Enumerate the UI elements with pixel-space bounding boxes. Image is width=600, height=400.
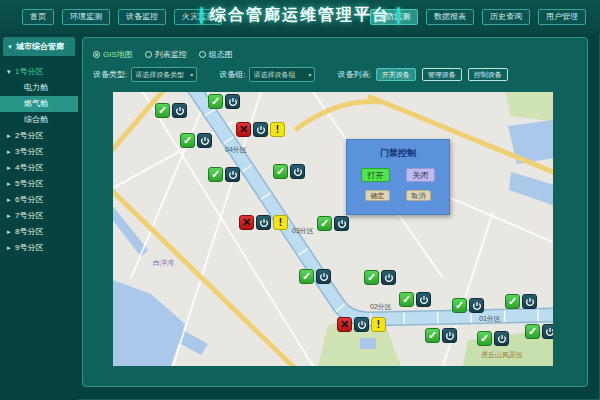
header-nav-button[interactable]: 设备监控 <box>118 9 166 25</box>
device-marker[interactable] <box>299 269 331 284</box>
device-list-chip[interactable]: 管理设备 <box>422 68 462 81</box>
sidebar-tree: 1号分区电力舱燃气舱综合舱2号分区3号分区4号分区5号分区6号分区7号分区8号分… <box>0 64 78 256</box>
sidebar-item[interactable]: 5号分区 <box>0 176 78 192</box>
device-marker[interactable] <box>155 103 187 118</box>
sidebar-item[interactable]: 8号分区 <box>0 224 78 240</box>
device-marker[interactable] <box>208 94 240 109</box>
power-icon[interactable] <box>522 294 537 309</box>
place-label: 白洋湾 <box>153 258 174 268</box>
device-group-value: 请选择设备组 <box>253 70 295 80</box>
device-marker[interactable] <box>239 215 288 230</box>
sidebar-item[interactable]: 2号分区 <box>0 128 78 144</box>
warning-icon[interactable] <box>371 317 386 332</box>
device-marker[interactable] <box>236 122 285 137</box>
power-icon[interactable] <box>197 133 212 148</box>
device-status-icon[interactable] <box>337 317 352 332</box>
map-canvas[interactable]: 04分区03分区02分区01分区 白洋湾虎丘山风景区 <box>113 92 553 366</box>
device-status-icon[interactable] <box>399 292 414 307</box>
header-nav-button[interactable]: 用户管理 <box>538 9 586 25</box>
device-marker[interactable] <box>505 294 537 309</box>
device-status-icon[interactable] <box>505 294 520 309</box>
ok-button[interactable]: 确定 <box>365 190 390 201</box>
device-marker[interactable] <box>208 167 240 182</box>
device-status-icon[interactable] <box>452 298 467 313</box>
device-status-icon[interactable] <box>364 270 379 285</box>
device-marker[interactable] <box>273 164 305 179</box>
power-icon[interactable] <box>290 164 305 179</box>
device-status-icon[interactable] <box>208 94 223 109</box>
power-icon[interactable] <box>354 317 369 332</box>
sidebar-item[interactable]: 1号分区 <box>0 64 78 80</box>
warning-icon[interactable] <box>270 122 285 137</box>
sidebar-item[interactable]: 燃气舱 <box>0 96 78 112</box>
sidebar-item[interactable]: 电力舱 <box>0 80 78 96</box>
zone-label: 03分区 <box>292 226 314 236</box>
device-status-icon[interactable] <box>525 324 540 339</box>
power-icon[interactable] <box>256 215 271 230</box>
device-list-chip[interactable]: 开关设备 <box>376 68 416 81</box>
device-marker[interactable] <box>180 133 212 148</box>
device-list-chip[interactable]: 控制设备 <box>468 68 508 81</box>
device-status-icon[interactable] <box>425 328 440 343</box>
door-open-button[interactable]: 打开 <box>361 168 390 182</box>
power-icon[interactable] <box>334 216 349 231</box>
cancel-button[interactable]: 取消 <box>406 190 431 201</box>
power-icon[interactable] <box>416 292 431 307</box>
zone-label: 04分区 <box>225 145 247 155</box>
device-status-icon[interactable] <box>236 122 251 137</box>
header-nav-button[interactable]: 首页 <box>22 9 54 25</box>
sidebar-item[interactable]: 4号分区 <box>0 160 78 176</box>
device-marker[interactable] <box>337 317 386 332</box>
power-icon[interactable] <box>469 298 484 313</box>
device-type-select[interactable]: 请选择设备类型 ▾ <box>131 67 197 82</box>
power-icon[interactable] <box>381 270 396 285</box>
sidebar-item[interactable]: 3号分区 <box>0 144 78 160</box>
chevron-down-icon: ▾ <box>308 71 311 78</box>
sidebar-item[interactable]: 7号分区 <box>0 208 78 224</box>
door-close-button[interactable]: 关闭 <box>406 168 435 182</box>
view-mode-radio[interactable]: 组态图 <box>199 49 233 60</box>
device-status-icon[interactable] <box>273 164 288 179</box>
header-nav-button[interactable]: 环境监测 <box>62 9 110 25</box>
sidebar-item[interactable]: 综合舱 <box>0 112 78 128</box>
header-nav-button[interactable]: 历史查询 <box>482 9 530 25</box>
power-icon[interactable] <box>225 94 240 109</box>
device-status-icon[interactable] <box>477 331 492 346</box>
power-icon[interactable] <box>442 328 457 343</box>
device-marker[interactable] <box>452 298 484 313</box>
device-group-select[interactable]: 请选择设备组 ▾ <box>249 67 315 82</box>
power-icon[interactable] <box>316 269 331 284</box>
power-icon[interactable] <box>494 331 509 346</box>
sidebar-root-node[interactable]: ▼ 城市综合管廊 <box>3 37 75 56</box>
device-status-icon[interactable] <box>155 103 170 118</box>
radio-label: 列表监控 <box>155 49 187 60</box>
sidebar-item[interactable]: 9号分区 <box>0 240 78 256</box>
device-status-icon[interactable] <box>180 133 195 148</box>
device-marker[interactable] <box>399 292 431 307</box>
sidebar-item[interactable]: 6号分区 <box>0 192 78 208</box>
view-mode-radio[interactable]: 列表监控 <box>145 49 187 60</box>
device-marker[interactable] <box>425 328 457 343</box>
header-nav-button[interactable]: 数据报表 <box>426 9 474 25</box>
warning-icon[interactable] <box>273 215 288 230</box>
dialog-confirm-row: 确定 取消 <box>347 190 449 201</box>
device-status-icon[interactable] <box>239 215 254 230</box>
zone-label: 01分区 <box>479 314 501 324</box>
content-panel: GIS地图 列表监控 组态图 设备类型: 请选择设备类型 ▾ 设备组: 请选择设… <box>82 37 588 387</box>
device-status-icon[interactable] <box>299 269 314 284</box>
power-icon[interactable] <box>225 167 240 182</box>
device-marker[interactable] <box>317 216 349 231</box>
device-marker[interactable] <box>525 324 553 339</box>
device-marker[interactable] <box>477 331 509 346</box>
power-icon[interactable] <box>542 324 553 339</box>
device-type-label: 设备类型: <box>93 69 127 80</box>
app-root: 首页环境监测设备监控火灾监测 综合管廊运维管理平台 安防监测数据报表历史查询用户… <box>0 0 600 400</box>
power-icon[interactable] <box>172 103 187 118</box>
power-icon[interactable] <box>253 122 268 137</box>
header-nav-right: 安防监测数据报表历史查询用户管理 <box>370 9 586 25</box>
device-status-icon[interactable] <box>317 216 332 231</box>
device-marker[interactable] <box>364 270 396 285</box>
view-mode-radio[interactable]: GIS地图 <box>93 49 133 60</box>
app-header: 首页环境监测设备监控火灾监测 综合管廊运维管理平台 安防监测数据报表历史查询用户… <box>0 0 600 34</box>
device-status-icon[interactable] <box>208 167 223 182</box>
